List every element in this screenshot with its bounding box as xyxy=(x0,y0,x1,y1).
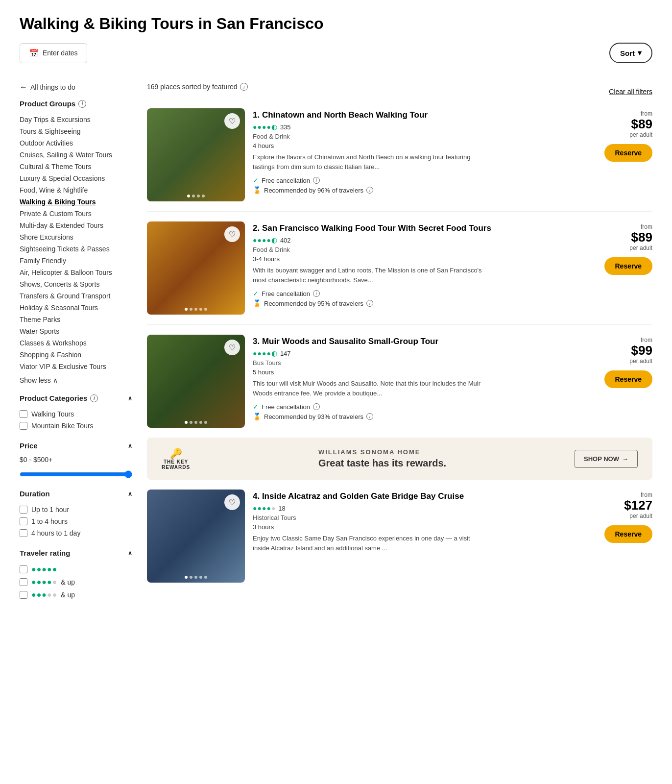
duration-1-to-4[interactable]: 1 to 4 hours xyxy=(20,515,132,527)
image-dot[interactable] xyxy=(190,421,192,424)
wishlist-button[interactable]: ♡ xyxy=(224,226,240,242)
reserve-button[interactable]: Reserve xyxy=(604,144,653,162)
sidebar-item-multiday[interactable]: Multi-day & Extended Tours xyxy=(20,220,132,231)
ad-shop-button[interactable]: SHOP NOW → xyxy=(575,450,638,468)
listing-title-link[interactable]: 3. Muir Woods and Sausalito Small-Group … xyxy=(253,337,438,346)
show-less-button[interactable]: Show less ∧ xyxy=(20,376,132,384)
cancellation-info-icon[interactable]: i xyxy=(313,177,320,184)
categories-info-icon[interactable]: i xyxy=(90,394,98,402)
sidebar-item-walking-biking[interactable]: Walking & Biking Tours xyxy=(20,196,132,208)
results-info-icon[interactable]: i xyxy=(240,83,248,91)
recommended-info-icon[interactable]: i xyxy=(366,300,373,307)
sidebar-item-transfers[interactable]: Transfers & Ground Transport xyxy=(20,290,132,302)
rating-4star[interactable]: ●●●●●& up xyxy=(20,576,132,588)
rating-5star[interactable]: ●●●●● xyxy=(20,563,132,576)
duration-checkbox-up-to-1[interactable] xyxy=(20,506,27,514)
ad-brand: WILLIAMS SONOMA HOME xyxy=(318,448,446,456)
image-dot[interactable] xyxy=(192,195,195,197)
duration-up-to-1[interactable]: Up to 1 hour xyxy=(20,504,132,515)
rating-row: ●●●●◐ 147 xyxy=(253,349,586,357)
reserve-button[interactable]: Reserve xyxy=(604,525,653,543)
duration-label-1-to-4: 1 to 4 hours xyxy=(31,517,68,525)
listing-description: Explore the flavors of Chinatown and Nor… xyxy=(253,152,488,172)
wishlist-button[interactable]: ♡ xyxy=(224,113,240,129)
clear-filters-link[interactable]: Clear all filters xyxy=(609,88,652,96)
sidebar-item-tours-sightseeing[interactable]: Tours & Sightseeing xyxy=(20,125,132,137)
image-dot[interactable] xyxy=(190,308,192,311)
sidebar-item-viator[interactable]: Viator VIP & Exclusive Tours xyxy=(20,361,132,372)
sidebar-item-family[interactable]: Family Friendly xyxy=(20,255,132,267)
sidebar-item-theme-parks[interactable]: Theme Parks xyxy=(20,314,132,325)
listing-card: ♡ 1. Chinatown and North Beach Walking T… xyxy=(147,108,652,201)
price-range-slider[interactable] xyxy=(20,470,132,478)
image-dot[interactable] xyxy=(204,421,207,424)
sidebar-item-outdoor[interactable]: Outdoor Activities xyxy=(20,137,132,149)
image-dot[interactable] xyxy=(190,576,192,579)
image-dot[interactable] xyxy=(204,308,207,311)
reserve-button[interactable]: Reserve xyxy=(604,257,653,275)
sidebar-item-shopping[interactable]: Shopping & Fashion xyxy=(20,349,132,361)
category-walking-tours[interactable]: Walking Tours xyxy=(20,408,132,420)
duration-collapse-icon[interactable]: ∧ xyxy=(128,490,132,497)
listing-title-link[interactable]: 4. Inside Alcatraz and Golden Gate Bridg… xyxy=(253,491,464,501)
sidebar-item-cruises[interactable]: Cruises, Sailing & Water Tours xyxy=(20,149,132,161)
image-dot[interactable] xyxy=(202,195,205,197)
sidebar-item-holiday[interactable]: Holiday & Seasonal Tours xyxy=(20,302,132,314)
back-link[interactable]: ← All things to do xyxy=(20,83,132,92)
cancellation-info-icon[interactable]: i xyxy=(313,403,320,410)
reserve-button[interactable]: Reserve xyxy=(604,370,653,388)
image-dot[interactable] xyxy=(194,421,197,424)
image-dot[interactable] xyxy=(204,576,207,579)
image-dot[interactable] xyxy=(185,576,188,579)
category-checkbox-mountain-bike[interactable] xyxy=(20,422,27,430)
sidebar-item-air[interactable]: Air, Helicopter & Balloon Tours xyxy=(20,267,132,278)
sidebar-item-food[interactable]: Food, Wine & Nightlife xyxy=(20,184,132,196)
sidebar-item-cultural[interactable]: Cultural & Theme Tours xyxy=(20,161,132,172)
sidebar-item-day-trips[interactable]: Day Trips & Excursions xyxy=(20,114,132,125)
image-dot[interactable] xyxy=(199,308,202,311)
listing-title-link[interactable]: 1. Chinatown and North Beach Walking Tou… xyxy=(253,110,428,120)
sort-button[interactable]: Sort ▾ xyxy=(609,43,652,63)
image-dot[interactable] xyxy=(185,308,188,311)
image-dot[interactable] xyxy=(187,195,190,197)
listing-title-link[interactable]: 2. San Francisco Walking Food Tour With … xyxy=(253,223,491,233)
sidebar-item-classes[interactable]: Classes & Workshops xyxy=(20,337,132,349)
rating-checkbox-3star[interactable] xyxy=(20,591,27,599)
image-dot[interactable] xyxy=(185,421,188,424)
sidebar-item-shows[interactable]: Shows, Concerts & Sports xyxy=(20,278,132,290)
image-dot[interactable] xyxy=(197,195,200,197)
sidebar-item-luxury[interactable]: Luxury & Special Occasions xyxy=(20,172,132,184)
rating-checkbox-5star[interactable] xyxy=(20,565,27,573)
wishlist-button[interactable]: ♡ xyxy=(224,494,240,510)
categories-collapse-icon[interactable]: ∧ xyxy=(128,395,132,402)
rating-3star[interactable]: ●●●●●& up xyxy=(20,588,132,601)
rating-checkbox-4star[interactable] xyxy=(20,578,27,586)
recommended-info-icon[interactable]: i xyxy=(366,413,373,420)
duration-checkbox-1-to-4[interactable] xyxy=(20,517,27,525)
recommended-label: Recommended by 93% of travelers xyxy=(264,413,363,420)
product-groups-info-icon[interactable]: i xyxy=(78,100,86,108)
duration-checkbox-4-to-day[interactable] xyxy=(20,529,27,537)
price-collapse-icon[interactable]: ∧ xyxy=(128,442,132,449)
sidebar-item-water-sports[interactable]: Water Sports xyxy=(20,325,132,337)
duration-4-to-day[interactable]: 4 hours to 1 day xyxy=(20,527,132,539)
category-checkbox-walking-tours[interactable] xyxy=(20,410,27,418)
sidebar-item-sightseeing-tickets[interactable]: Sightseeing Tickets & Passes xyxy=(20,243,132,255)
image-dot[interactable] xyxy=(194,576,197,579)
image-dot[interactable] xyxy=(199,576,202,579)
listing-price-area: from $99 per adult Reserve xyxy=(594,335,652,428)
category-mountain-bike[interactable]: Mountain Bike Tours xyxy=(20,420,132,432)
listing-category: Bus Tours xyxy=(253,359,586,367)
image-dot[interactable] xyxy=(194,308,197,311)
enter-dates-button[interactable]: 📅 Enter dates xyxy=(20,43,87,63)
cancellation-info-icon[interactable]: i xyxy=(313,290,320,297)
ad-shop-label: SHOP NOW xyxy=(584,455,619,463)
image-dot[interactable] xyxy=(199,421,202,424)
sidebar-item-private[interactable]: Private & Custom Tours xyxy=(20,208,132,220)
wishlist-button[interactable]: ♡ xyxy=(224,340,240,355)
rating-collapse-icon[interactable]: ∧ xyxy=(128,550,132,557)
listing-description: Enjoy two Classic Same Day San Francisco… xyxy=(253,534,488,553)
recommended-info-icon[interactable]: i xyxy=(366,187,373,194)
sidebar-item-shore[interactable]: Shore Excursions xyxy=(20,231,132,243)
listings-container: ♡ 1. Chinatown and North Beach Walking T… xyxy=(147,108,652,583)
